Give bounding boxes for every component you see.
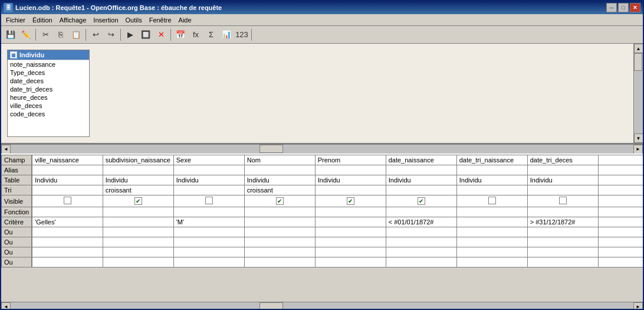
checkbox-visible-5[interactable]: ✔ [418, 197, 425, 205]
grid-hscrollbar[interactable]: ◄ ► [1, 302, 643, 310]
cell-visible-3[interactable]: ✔ [244, 195, 315, 207]
checkbox-visible-7[interactable] [559, 197, 567, 204]
cell-tri-5[interactable] [386, 185, 456, 195]
cell-ou3-6[interactable] [456, 247, 527, 257]
delete-button[interactable]: ✕ [154, 28, 168, 42]
cell-champ-empty1[interactable] [598, 155, 643, 165]
cell-ou2-0[interactable] [32, 237, 103, 247]
cell-fonction-1[interactable] [103, 207, 173, 217]
grid-hscroll-thumb[interactable] [259, 302, 283, 310]
cell-champ-0[interactable]: ville_naissance [32, 155, 103, 165]
field-heure-deces[interactable]: heure_deces [8, 93, 89, 102]
copy-button[interactable]: ⎘ [54, 28, 68, 42]
cell-tri-4[interactable] [315, 185, 386, 195]
cell-critere-2[interactable]: 'M' [173, 217, 244, 227]
cell-ou2-2[interactable] [173, 237, 244, 247]
cell-ou1-2[interactable] [173, 227, 244, 237]
cut-button[interactable]: ✂ [38, 28, 52, 42]
menu-outils[interactable]: Outils [122, 15, 146, 25]
cell-visible-5[interactable]: ✔ [386, 195, 456, 207]
cell-alias-7[interactable] [527, 165, 598, 175]
paste-button[interactable]: 📋 [69, 28, 83, 42]
cell-champ-6[interactable]: date_tri_naissance [456, 155, 527, 165]
cell-champ-1[interactable]: subdivision_naissance [103, 155, 173, 165]
cell-ou4-6[interactable] [456, 257, 527, 267]
cell-visible-7[interactable] [527, 195, 598, 207]
cell-alias-empty1[interactable] [598, 165, 643, 175]
add-table-button[interactable]: 📅 [173, 28, 188, 42]
cell-ou4-3[interactable] [244, 257, 315, 267]
checkbox-visible-3[interactable]: ✔ [276, 197, 284, 205]
cell-ou3-empty1[interactable] [598, 247, 643, 257]
cell-ou2-1[interactable] [103, 237, 173, 247]
cell-ou4-7[interactable] [527, 257, 598, 267]
cell-fonction-6[interactable] [456, 207, 527, 217]
cell-ou4-5[interactable] [386, 257, 456, 267]
field-ville-deces[interactable]: ville_deces [8, 102, 89, 110]
cell-ou3-5[interactable] [386, 247, 456, 257]
cell-fonction-3[interactable] [244, 207, 315, 217]
cell-tri-0[interactable] [32, 185, 103, 195]
cell-critere-empty1[interactable] [598, 217, 643, 227]
cell-ou4-0[interactable] [32, 257, 103, 267]
checkbox-visible-4[interactable]: ✔ [347, 197, 354, 205]
cell-fonction-5[interactable] [386, 207, 456, 217]
menu-edition[interactable]: Édition [29, 15, 56, 25]
hscroll-right-btn[interactable]: ► [633, 145, 643, 154]
field-list[interactable]: note_naissance Type_deces date_deces dat… [8, 60, 89, 118]
run-query-button[interactable]: ▶ [123, 28, 137, 42]
design-pane-vscrollbar[interactable]: ▲ ▼ [633, 44, 643, 143]
design-pane-inner[interactable]: ▦ Individu note_naissance Type_deces dat… [1, 44, 643, 143]
sum-button[interactable]: Σ [204, 28, 218, 42]
cell-tri-empty1[interactable] [598, 185, 643, 195]
cell-champ-4[interactable]: Prenom [315, 155, 386, 165]
query-grid-container[interactable]: Champ ville_naissance subdivision_naissa… [1, 154, 643, 302]
cell-table-1[interactable]: Individu [103, 175, 173, 185]
scroll-down-btn[interactable]: ▼ [634, 133, 643, 143]
cell-ou3-7[interactable] [527, 247, 598, 257]
field-date-tri-deces[interactable]: date_tri_deces [8, 85, 89, 93]
cell-ou1-0[interactable] [32, 227, 103, 237]
cell-champ-5[interactable]: date_naissance [386, 155, 456, 165]
cell-tri-2[interactable] [173, 185, 244, 195]
cell-tri-6[interactable] [456, 185, 527, 195]
cell-ou3-0[interactable] [32, 247, 103, 257]
cell-table-empty1[interactable] [598, 175, 643, 185]
cell-visible-6[interactable] [456, 195, 527, 207]
checkbox-visible-6[interactable] [488, 197, 496, 204]
cell-ou3-4[interactable] [315, 247, 386, 257]
save-button[interactable]: 💾 [4, 28, 18, 42]
cell-ou2-7[interactable] [527, 237, 598, 247]
cell-critere-6[interactable] [456, 217, 527, 227]
cell-ou4-1[interactable] [103, 257, 173, 267]
edit-button[interactable]: ✏️ [19, 28, 33, 42]
cell-alias-1[interactable] [103, 165, 173, 175]
cell-fonction-7[interactable] [527, 207, 598, 217]
cell-alias-2[interactable] [173, 165, 244, 175]
cell-fonction-4[interactable] [315, 207, 386, 217]
cell-fonction-empty1[interactable] [598, 207, 643, 217]
cell-critere-0[interactable]: 'Gelles' [32, 217, 103, 227]
undo-button[interactable]: ↩ [88, 28, 103, 42]
cell-table-4[interactable]: Individu [315, 175, 386, 185]
cell-ou1-3[interactable] [244, 227, 315, 237]
cell-table-7[interactable]: Individu [527, 175, 598, 185]
cell-fonction-2[interactable] [173, 207, 244, 217]
cell-critere-7[interactable]: > #31/12/1872# [527, 217, 598, 227]
cell-visible-empty1[interactable] [598, 195, 643, 207]
cell-ou2-empty1[interactable] [598, 237, 643, 247]
cell-ou3-2[interactable] [173, 247, 244, 257]
cell-ou2-5[interactable] [386, 237, 456, 247]
cell-alias-4[interactable] [315, 165, 386, 175]
cell-table-0[interactable]: Individu [32, 175, 103, 185]
cell-ou4-empty1[interactable] [598, 257, 643, 267]
cell-alias-5[interactable] [386, 165, 456, 175]
field-note-naissance[interactable]: note_naissance [8, 60, 89, 68]
checkbox-visible-0[interactable] [64, 197, 71, 204]
cell-ou2-4[interactable] [315, 237, 386, 247]
field-date-deces[interactable]: date_deces [8, 77, 89, 85]
cell-table-3[interactable]: Individu [244, 175, 315, 185]
cell-critere-1[interactable] [103, 217, 173, 227]
cell-champ-7[interactable]: date_tri_deces [527, 155, 598, 165]
menu-insertion[interactable]: Insertion [90, 15, 121, 25]
